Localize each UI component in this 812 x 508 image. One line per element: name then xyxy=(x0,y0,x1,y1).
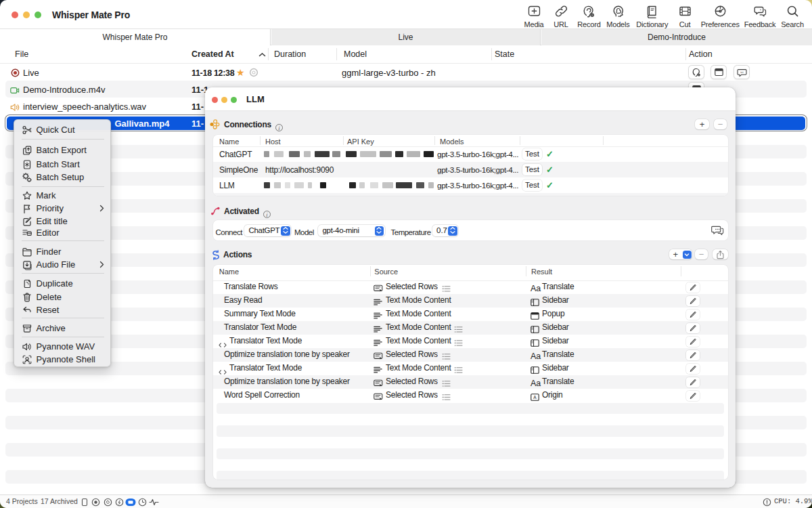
svg-text:A: A xyxy=(533,395,537,400)
svg-text:txt: txt xyxy=(740,70,744,74)
